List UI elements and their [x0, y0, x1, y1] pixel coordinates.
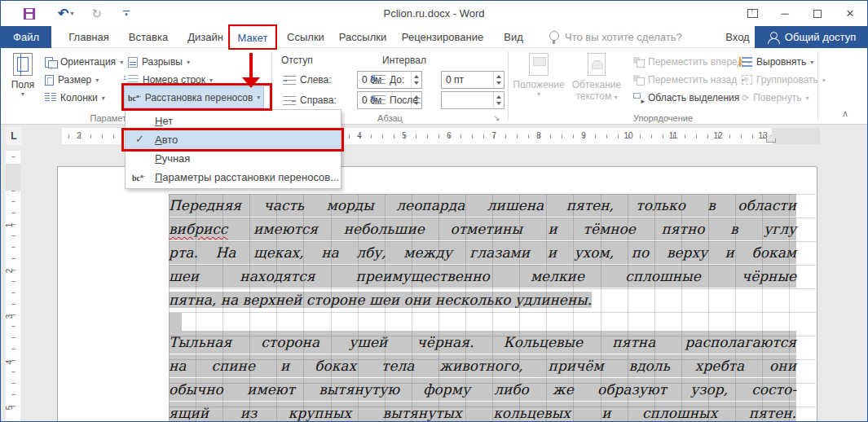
rotate-icon: ⟳ [742, 93, 749, 103]
vertical-ruler[interactable]: 1 2 3 4 5 [6, 151, 20, 422]
menu-item-manual[interactable]: Ручная [126, 149, 341, 168]
tab-layout[interactable]: Макет [230, 26, 275, 48]
window-title: Pclion.ru.docx - Word [1, 7, 867, 20]
selected-empty-line [169, 313, 182, 332]
hyphenation-button[interactable]: bca- Расстановка переносов▾ [124, 86, 264, 108]
text-line[interactable]: ящий из крупных вытянутых кольцевых и сп… [169, 402, 796, 422]
spacing-after-label: После: [369, 91, 424, 109]
position-icon [529, 53, 549, 76]
text-line[interactable]: шеи находятся преимущественно мелкие спл… [169, 265, 796, 288]
annotation-arrow [249, 53, 253, 77]
line-numbers-icon [128, 75, 139, 85]
tab-references[interactable]: Ссылки [282, 26, 329, 48]
tab-insert[interactable]: Вставка [122, 26, 174, 48]
breaks-button[interactable]: Разрывы▾ [125, 53, 193, 71]
columns-button[interactable]: Колонки▾ [42, 89, 108, 107]
tab-selector[interactable]: L [6, 127, 22, 145]
ruler-number: 9 [581, 131, 586, 140]
align-icon [742, 57, 752, 67]
page-size-icon [45, 75, 54, 86]
columns-icon [45, 93, 56, 103]
text-line[interactable]: вибрисс имеются небольшие отметины и тём… [169, 218, 796, 240]
indent-right-icon [283, 96, 296, 105]
ruler-number: 10 [623, 131, 632, 140]
text-line[interactable]: рта. На щеках, на лбу, между глазами и у… [169, 241, 796, 264]
paragraph-dialog-launcher[interactable]: ↘ [493, 113, 500, 122]
bring-forward-button[interactable]: Переместить вперед▾ [630, 53, 754, 71]
ruler-right-margin [772, 128, 820, 144]
menu-item-auto[interactable]: ✓ Авто [126, 130, 341, 149]
wrap-text-button[interactable]: Обтекание текстом ▾ [566, 53, 627, 103]
spinner-arrows[interactable] [411, 72, 421, 88]
text-line[interactable]: Передняя часть морды леопарда лишена пят… [169, 194, 796, 217]
spacing-after-icon [372, 95, 386, 105]
group-separator [508, 51, 509, 120]
menu-item-none[interactable]: Нет [126, 112, 341, 130]
ruler-number: 5 [402, 131, 407, 140]
spinner-arrows[interactable] [493, 92, 504, 108]
group-button[interactable]: Группировать▾ [738, 71, 829, 89]
ruler-number: 1 [5, 223, 14, 228]
ruler-number: 2 [77, 131, 82, 140]
minimize-icon: ─ [781, 7, 788, 20]
ruler-number: 8 [536, 131, 541, 140]
margins-icon [13, 53, 33, 76]
align-button[interactable]: Выровнять▾ [738, 53, 817, 71]
spacing-after-input[interactable] [441, 91, 504, 109]
rotate-button[interactable]: ⟳ Повернуть▾ [738, 89, 813, 107]
maximize-button[interactable] [804, 3, 831, 24]
margins-button[interactable]: Поля ▾ [6, 53, 40, 98]
selection-pane-button[interactable]: Область выделения [630, 89, 742, 107]
close-button[interactable]: ✕ [836, 3, 864, 24]
share-button[interactable]: Общий доступ [755, 26, 868, 48]
send-backward-icon [633, 75, 644, 85]
tell-me-box[interactable]: Что вы хотите сделать? [565, 26, 695, 48]
send-backward-button[interactable]: Переместить назад▾ [630, 71, 747, 89]
ruler-number: 11 [669, 131, 677, 140]
ruler-number: 5 [5, 406, 14, 411]
menu-item-hyphenation-options[interactable]: bca- Параметры расстановки переносов... [126, 168, 341, 187]
tab-home[interactable]: Главная [63, 26, 115, 48]
indent-left-icon [283, 76, 296, 85]
text-line[interactable]: Тыльная сторона ушей чёрная. Кольцевые п… [169, 331, 796, 354]
ribbon-display-options-icon [747, 9, 758, 18]
tab-file[interactable]: Файл [1, 26, 51, 48]
close-icon: ✕ [846, 7, 855, 20]
document-page[interactable]: Передняя часть морды леопарда лишена пят… [57, 166, 817, 422]
position-button[interactable]: Положение ▾ [513, 53, 565, 98]
minimize-button[interactable]: ─ [771, 3, 799, 24]
ruler-number: 3 [5, 314, 14, 319]
tab-review[interactable]: Рецензирование [395, 26, 490, 48]
tab-design[interactable]: Дизайн [181, 26, 230, 48]
tab-mailings[interactable]: Рассылки [334, 26, 391, 48]
size-button[interactable]: Размер▾ [42, 71, 102, 89]
group-separator [817, 51, 818, 120]
text-line[interactable]: обычно имеют вытянутую форму либо же обр… [169, 378, 796, 401]
indent-section-label: Отступ [281, 55, 313, 66]
ribbon-tab-row: Файл Главная Вставка Дизайн Макет Ссылки… [1, 26, 867, 48]
hyphenation-icon: bca- [132, 172, 145, 182]
title-bar: ↶▾ ↻ ▾ Pclion.ru.docx - Word ─ ✕ [1, 1, 867, 26]
orientation-icon [45, 57, 56, 68]
ruler-number: 6 [447, 131, 452, 140]
spacing-before-input[interactable]: 0 пт [441, 71, 504, 89]
indent-left-label: Слева: [280, 71, 335, 89]
tab-view[interactable]: Вид [496, 26, 531, 48]
spacing-section-label: Интервал [382, 55, 426, 66]
spinner-arrows[interactable] [493, 72, 504, 88]
group-objects-icon [742, 75, 752, 85]
hyphenation-icon: bca- [128, 92, 141, 103]
sign-in-link[interactable]: Вход [721, 26, 754, 48]
ribbon-display-options-button[interactable] [738, 3, 766, 24]
collapse-ribbon-button[interactable]: ∧ [842, 108, 848, 119]
page-break-icon [128, 57, 138, 68]
selection-pane-icon [633, 93, 644, 103]
text-line[interactable]: на спине и боках тела животного, причём … [169, 354, 796, 377]
orientation-button[interactable]: Ориентация▾ [42, 53, 126, 71]
bring-forward-icon [633, 57, 644, 67]
person-icon [768, 32, 779, 43]
misspelled-word[interactable]: вибрисс [169, 221, 227, 237]
word-window: ↶▾ ↻ ▾ Pclion.ru.docx - Word ─ ✕ Файл Гл… [0, 0, 868, 422]
ruler-number: 7 [491, 131, 496, 140]
text-line[interactable]: пятна, на верхней стороне шеи они нескол… [169, 288, 796, 311]
